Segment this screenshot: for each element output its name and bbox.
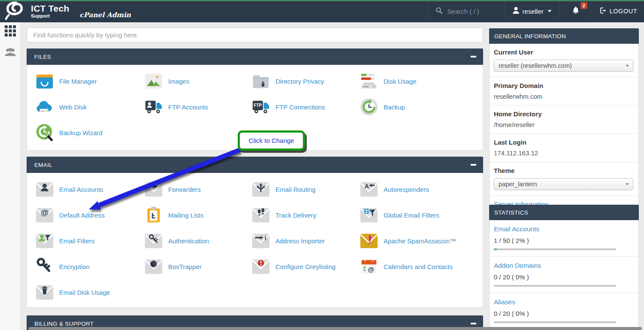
user-icon [512,6,520,16]
app-item-apache-spamassassin[interactable]: Apache SpamAssassin™ [359,231,468,251]
app-item-label[interactable]: Authentication [168,237,209,245]
apps-grid-button[interactable] [0,22,21,41]
app-item-configure-greylisting[interactable]: Configure Greylisting [251,257,359,276]
web-disk-icon [35,97,54,117]
cpanel-page: ICT Tech Support cPanel Admin reseller [0,0,644,330]
forwarders-icon [144,179,163,199]
default-address-icon: @ [35,205,54,225]
quick-find-input[interactable] [27,27,483,42]
app-item-label[interactable]: Directory Privacy [275,78,324,85]
app-item-label[interactable]: Web Disk [59,103,87,111]
notifications-button[interactable]: 2 [559,0,592,22]
app-item-file-manager[interactable]: File Manager [35,71,144,91]
email-section-body: Email Accounts Forwarders Email Routing … [27,173,483,308]
app-item-backup[interactable]: Backup [359,97,468,117]
collapse-icon[interactable] [471,323,476,324]
app-item-ftp-accounts[interactable]: FTP Accounts [144,97,251,117]
backup-icon [359,97,379,117]
app-item-label[interactable]: Global Email Filters [384,212,439,219]
billing-section-title: BILLING & SUPPORT [34,321,94,327]
current-user-label: Current User [494,48,633,56]
app-item-default-address[interactable]: @ Default Address [35,205,144,225]
chevron-down-icon [626,183,629,185]
app-item-authentication[interactable]: Authentication [144,231,251,251]
app-item-label[interactable]: Email Filters [59,237,95,245]
app-item-global-email-filters[interactable]: Global Email Filters [359,205,468,225]
collapse-icon[interactable] [471,56,476,58]
app-item-disk-usage[interactable]: Disk Usage [359,71,468,91]
app-item-label[interactable]: BoxTrapper [168,263,202,270]
top-navbar: ICT Tech Support cPanel Admin reseller [0,0,644,22]
search-input[interactable] [447,8,498,15]
stat-link[interactable]: Addon Domains [494,262,541,269]
app-item-forwarders[interactable]: Forwarders [144,179,251,199]
directory-privacy-icon [251,71,271,91]
home-directory-value: /home/reseller [494,121,633,128]
logout-button[interactable]: LOGOUT [592,0,644,22]
app-item-backup-wizard[interactable]: Backup Wizard [35,123,144,142]
app-item-label[interactable]: Apache SpamAssassin™ [384,237,456,245]
app-item-address-importer[interactable]: i Address Importer [251,231,359,251]
app-item-label[interactable]: File Manager [59,78,97,85]
boxtrapper-icon [144,257,163,276]
autoresponders-icon: A [359,179,379,199]
theme-select[interactable]: paper_lantern [494,178,633,190]
app-item-images[interactable]: Images [144,71,251,91]
app-item-label[interactable]: Track Delivery [275,212,316,219]
app-item-calendars-contacts[interactable]: @ Calendars and Contacts [359,257,468,276]
app-item-label[interactable]: Autoresponders [384,186,429,193]
statistics-title: STATISTICS [494,209,528,216]
app-item-autoresponders[interactable]: A Autoresponders [359,179,468,199]
app-item-encryption[interactable]: Encryption [35,257,144,276]
stat-link[interactable]: Aliases [494,298,515,306]
user-menu[interactable]: reseller [504,0,559,22]
notification-badge: 2 [581,2,587,9]
app-item-boxtrapper[interactable]: BoxTrapper [144,257,251,276]
app-item-email-disk-usage[interactable]: Email Disk Usage [35,282,144,302]
app-item-label[interactable]: Backup [384,103,405,111]
app-item-label[interactable]: Backup Wizard [59,129,103,136]
users-group-icon [4,47,16,59]
app-item-label[interactable]: Default Address [59,212,105,219]
calendars-contacts-icon: @ [359,257,379,276]
cpanel-admin-label: cPanel Admin [80,11,131,19]
last-login-value: 174.112.163.12 [494,149,633,157]
current-user-row: Current User reseller (resellerwhm.com) [490,44,638,77]
svg-text:A: A [364,183,369,190]
app-item-email-routing[interactable]: Email Routing [251,179,359,199]
email-section-header[interactable]: EMAIL [27,157,483,173]
app-item-mailing-lists[interactable]: Mailing Lists [144,205,251,225]
app-item-label[interactable]: FTP Connections [275,103,325,111]
app-item-ftp-connections[interactable]: FTP FTP Connections [251,97,359,117]
horizontal-scrollbar[interactable] [28,327,642,330]
app-item-label[interactable]: Encryption [59,263,90,270]
app-item-label[interactable]: Mailing Lists [168,212,204,219]
navbar-search [428,0,504,22]
current-user-select[interactable]: reseller (resellerwhm.com) [494,60,633,72]
app-item-label[interactable]: Address Importer [275,237,325,245]
app-item-label[interactable]: Email Accounts [59,186,103,193]
app-item-label[interactable]: Email Disk Usage [59,289,110,296]
app-item-label[interactable]: Forwarders [168,186,201,193]
app-item-label[interactable]: FTP Accounts [168,103,208,111]
app-item-label[interactable]: Images [168,78,189,85]
users-button[interactable] [0,44,21,63]
svg-text:FTP: FTP [254,103,262,108]
stat-link[interactable]: Email Accounts [494,225,539,233]
app-item-directory-privacy[interactable]: Directory Privacy [251,71,359,91]
app-item-label[interactable]: Configure Greylisting [275,263,336,270]
app-item-web-disk[interactable]: Web Disk [35,97,144,117]
general-information-header: GENERAL INFORMATION [489,28,639,44]
app-item-label[interactable]: Email Routing [275,186,315,193]
app-item-track-delivery[interactable]: Track Delivery [251,205,359,225]
statistics-header: STATISTICS [489,205,639,220]
app-item-label[interactable]: Disk Usage [384,78,417,85]
app-item-label[interactable]: Calendars and Contacts [384,263,453,270]
app-item-email-accounts[interactable]: Email Accounts [35,179,144,199]
files-section-header[interactable]: FILES [27,48,483,65]
brand-subtitle-line: Support [31,13,70,18]
greylisting-icon [251,257,271,276]
collapse-icon[interactable] [471,164,476,166]
app-item-email-filters[interactable]: Email Filters [35,231,144,251]
files-section-title: FILES [34,54,51,60]
